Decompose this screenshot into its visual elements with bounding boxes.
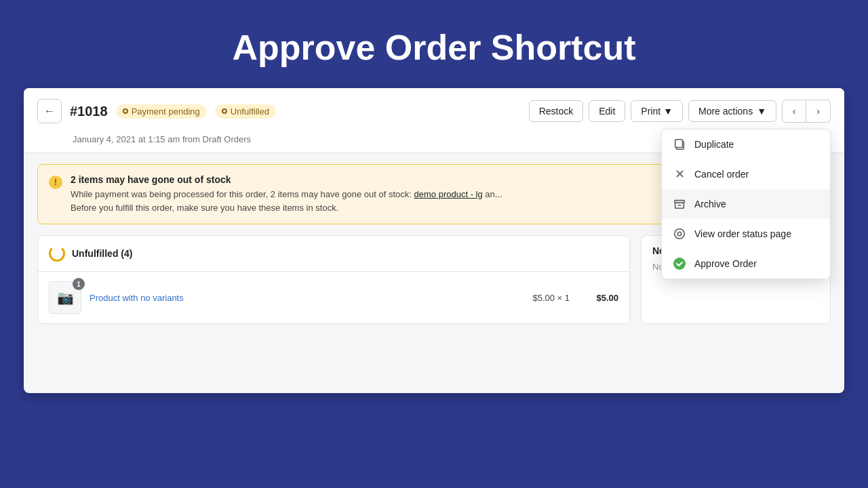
view-status-label: View order status page	[694, 228, 791, 239]
dropdown-item-cancel[interactable]: ✕ Cancel order	[662, 159, 830, 189]
dropdown-item-archive[interactable]: Archive	[662, 189, 830, 219]
card-title: Unfulfilled (4)	[72, 248, 132, 259]
alert-product-link[interactable]: demo product - lg	[414, 189, 483, 199]
fulfillment-card: Unfulfilled (4) 1 📷 Product with no vari…	[37, 235, 630, 324]
svg-point-5	[673, 258, 686, 270]
duplicate-label: Duplicate	[694, 139, 734, 150]
unfulfilled-dot	[222, 108, 227, 114]
approve-label: Approve Order	[694, 258, 757, 269]
more-actions-button[interactable]: More actions ▼	[688, 100, 776, 122]
edit-button[interactable]: Edit	[589, 100, 625, 122]
product-quantity-badge: 1	[73, 278, 85, 290]
fulfillment-spinner-icon	[49, 245, 65, 262]
product-price: $5.00 × 1	[502, 293, 570, 303]
shopify-window: ← #1018 Payment pending Unfulfilled Rest…	[24, 88, 844, 393]
product-total: $5.00	[578, 293, 618, 303]
next-order-button[interactable]: ›	[806, 100, 831, 123]
back-button[interactable]: ←	[37, 99, 62, 123]
product-image-icon: 📷	[57, 289, 74, 306]
order-header-actions: Restock Edit Print ▼ More actions ▼ ‹ ›	[529, 100, 831, 123]
card-header: Unfulfilled (4)	[38, 236, 629, 272]
dropdown-item-duplicate[interactable]: Duplicate	[662, 129, 830, 159]
alert-icon: !	[49, 176, 62, 189]
product-link[interactable]: Product with no variants	[90, 293, 494, 303]
product-thumbnail: 1 📷	[49, 281, 81, 314]
view-status-icon	[673, 227, 686, 241]
more-actions-chevron-icon: ▼	[757, 106, 766, 117]
svg-point-3	[675, 229, 684, 239]
alert-text: While payment was being processed for th…	[71, 188, 502, 214]
approve-icon	[673, 257, 686, 270]
nav-arrows: ‹ ›	[782, 100, 831, 123]
restock-button[interactable]: Restock	[529, 100, 584, 122]
order-number: #1018	[70, 104, 108, 119]
product-row: 1 📷 Product with no variants $5.00 × 1 $…	[49, 281, 618, 314]
cancel-label: Cancel order	[694, 169, 749, 180]
print-chevron-icon: ▼	[663, 106, 673, 117]
unfulfilled-badge: Unfulfilled	[215, 104, 276, 119]
more-actions-dropdown: Duplicate ✕ Cancel order Archive View or…	[661, 129, 831, 279]
dropdown-item-view-status[interactable]: View order status page	[662, 219, 830, 249]
prev-order-button[interactable]: ‹	[782, 100, 806, 123]
payment-pending-dot	[123, 108, 128, 114]
order-header-left: ← #1018 Payment pending Unfulfilled	[37, 99, 276, 123]
duplicate-icon	[673, 138, 686, 151]
archive-label: Archive	[694, 199, 726, 209]
payment-pending-badge: Payment pending	[116, 104, 207, 119]
cancel-icon: ✕	[673, 167, 686, 181]
alert-title: 2 items may have gone out of stock	[71, 174, 502, 185]
svg-point-4	[677, 232, 681, 235]
svg-rect-1	[675, 140, 683, 148]
archive-icon	[673, 197, 686, 211]
page-title: Approve Order Shortcut	[218, 0, 649, 88]
dropdown-item-approve[interactable]: Approve Order	[662, 249, 830, 279]
order-header-top: ← #1018 Payment pending Unfulfilled Rest…	[37, 99, 831, 131]
card-body: 1 📷 Product with no variants $5.00 × 1 $…	[38, 272, 629, 323]
print-button[interactable]: Print ▼	[631, 100, 683, 122]
alert-content: 2 items may have gone out of stock While…	[71, 174, 502, 214]
